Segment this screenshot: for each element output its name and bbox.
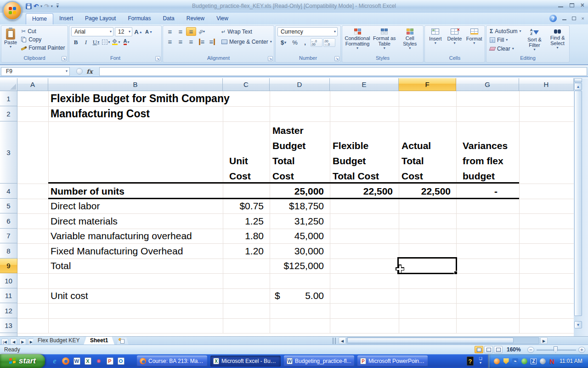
autosum-button[interactable]: Σ AutoSum▾: [488, 27, 523, 35]
tray-wrench-icon[interactable]: ⌁: [512, 358, 519, 365]
cell-styles-button[interactable]: Cell Styles ▾: [398, 27, 422, 55]
page-break-view-button[interactable]: [494, 346, 503, 353]
font-color-button[interactable]: A ▾: [122, 38, 131, 46]
column-header-b[interactable]: B: [48, 78, 223, 91]
tab-split-handle[interactable]: [333, 338, 336, 344]
cell-b11[interactable]: Unit cost: [51, 288, 88, 303]
taskbar-button-excel[interactable]: X Microsoft Excel - Bud...: [210, 356, 281, 367]
taskbar-button-firefox[interactable]: Course: BA 213: Man...: [137, 356, 207, 367]
comma-style-button[interactable]: ,: [300, 38, 310, 47]
align-center-button[interactable]: ≡: [175, 37, 186, 46]
taskbar-button-powerpoint[interactable]: P Microsoft PowerPoint ...: [357, 356, 428, 367]
number-format-combo[interactable]: Currency▾: [277, 27, 338, 36]
formula-input[interactable]: [99, 67, 587, 76]
excel-icon[interactable]: X: [84, 357, 92, 365]
number-format-dropdown-icon[interactable]: ▾: [334, 30, 336, 34]
cell-f3-header[interactable]: ActualTotalCost: [401, 138, 431, 184]
cell-f4[interactable]: 22,500: [399, 184, 451, 199]
horizontal-scroll-thumb[interactable]: [347, 338, 514, 343]
row-header-8[interactable]: 8: [0, 243, 17, 259]
cell-b6[interactable]: Direct materials: [51, 213, 118, 229]
decrease-decimal-button[interactable]: .00 →.0: [323, 38, 335, 47]
font-size-combo[interactable]: 12▾: [115, 27, 132, 36]
cell-g4[interactable]: -: [456, 184, 498, 199]
sheet-tab-flex-budget-key[interactable]: Flex Budget KEY: [31, 337, 86, 345]
increase-indent-button[interactable]: ≡: [207, 37, 217, 46]
cell-b4[interactable]: Number of units: [51, 184, 124, 199]
align-bottom-button[interactable]: ≡: [186, 27, 196, 36]
scroll-down-button[interactable]: ▼: [574, 321, 582, 328]
tab-view[interactable]: View: [210, 13, 234, 24]
taskbar-clock[interactable]: 11:01 AM: [560, 358, 582, 364]
cell-d9[interactable]: $125,000: [270, 259, 324, 273]
column-header-c[interactable]: C: [223, 78, 270, 91]
fill-button[interactable]: ↓ Fill▾: [488, 36, 523, 44]
cell-d8[interactable]: 30,000: [270, 243, 324, 259]
column-header-g[interactable]: G: [456, 78, 519, 91]
find-select-button[interactable]: Find & Select ▾: [547, 27, 569, 55]
cell-c6[interactable]: 1.25: [223, 213, 264, 229]
border-button[interactable]: ▾: [102, 38, 111, 46]
workbook-restore-button[interactable]: [572, 17, 576, 20]
column-header-f[interactable]: F: [399, 78, 456, 91]
cell-b2-subtitle[interactable]: Manufacturing Cost: [51, 106, 150, 121]
paste-button[interactable]: Paste ▾: [3, 27, 18, 55]
cell-c5[interactable]: $0.75: [223, 199, 264, 213]
delete-cells-button[interactable]: × Delete ▾: [446, 27, 464, 55]
font-dialog-launcher-icon[interactable]: ↘: [155, 56, 160, 61]
hide-icons-chevron[interactable]: ❏▾: [478, 356, 483, 366]
row-header-12[interactable]: 12: [0, 303, 17, 318]
number-dialog-launcher-icon[interactable]: ↘: [334, 56, 339, 61]
row-header-2[interactable]: 2: [0, 106, 17, 121]
zoom-slider-thumb[interactable]: [554, 346, 558, 353]
close-button[interactable]: ×: [581, 2, 584, 8]
cell-d6[interactable]: 31,250: [270, 213, 324, 229]
cut-button[interactable]: ✂ Cut: [20, 27, 66, 35]
font-name-dropdown-icon[interactable]: ▾: [110, 30, 112, 34]
fill-color-button[interactable]: ▾: [112, 38, 121, 46]
workbook-close-button[interactable]: ×: [582, 16, 584, 21]
insert-worksheet-button[interactable]: [117, 338, 129, 345]
row-header-13[interactable]: 13: [0, 318, 17, 333]
cell-b9[interactable]: Total: [51, 259, 71, 273]
name-box-dropdown-icon[interactable]: ▾: [66, 69, 68, 73]
paste-dropdown-icon[interactable]: ▾: [10, 45, 11, 49]
insert-cells-button[interactable]: Insert ▾: [427, 27, 444, 55]
percent-style-button[interactable]: %: [290, 38, 300, 47]
start-button[interactable]: start: [0, 354, 45, 368]
tray-shield-icon[interactable]: [503, 358, 509, 365]
align-left-button[interactable]: ≡: [165, 37, 175, 46]
zoom-out-button[interactable]: −: [527, 347, 534, 353]
tab-home[interactable]: Home: [26, 13, 53, 24]
row-header-4[interactable]: 4: [0, 184, 17, 199]
align-middle-button[interactable]: ≡: [175, 27, 186, 36]
cell-e4[interactable]: 22,500: [330, 184, 393, 199]
align-top-button[interactable]: ≡: [165, 27, 175, 36]
vertical-split-handle[interactable]: [574, 78, 582, 82]
tab-formulas[interactable]: Formulas: [122, 13, 157, 24]
conditional-formatting-button[interactable]: Conditional Formatting ▾: [344, 27, 371, 55]
cell-e3-header[interactable]: FlexibleBudgetTotal Cost: [333, 138, 379, 184]
powerpoint-icon[interactable]: P: [106, 357, 114, 365]
taskbar-button-word-doc[interactable]: W Budgeting_practice-fl...: [284, 356, 354, 367]
tray-z-icon[interactable]: Z: [530, 358, 537, 365]
cell-d4[interactable]: 25,000: [270, 184, 324, 199]
tray-n-icon[interactable]: N: [548, 358, 555, 365]
cell-d5[interactable]: $18,750: [270, 199, 324, 213]
merge-center-button[interactable]: Merge & Center ▾: [220, 38, 273, 46]
vertical-scrollbar[interactable]: ▲ ▼: [574, 78, 588, 336]
row-header-7[interactable]: 7: [0, 229, 17, 243]
tab-review[interactable]: Review: [181, 13, 210, 24]
cell-b1-title[interactable]: Flexible Budget for Smith Company: [51, 91, 230, 106]
alignment-dialog-launcher-icon[interactable]: ↘: [268, 56, 273, 61]
zoom-level[interactable]: 160%: [507, 346, 521, 353]
increase-decimal-button[interactable]: ←.0 .00: [311, 38, 322, 47]
internet-explorer-icon[interactable]: e: [51, 357, 59, 365]
tray-leaf-icon[interactable]: [521, 358, 528, 365]
clipboard-dialog-launcher-icon[interactable]: ↘: [62, 56, 67, 61]
minimize-button[interactable]: [558, 3, 563, 7]
help-tray-icon[interactable]: ?: [467, 356, 474, 366]
column-header-h[interactable]: H: [519, 78, 574, 91]
underline-button[interactable]: U▾: [91, 38, 101, 46]
grid-area[interactable]: Flexible Budget for Smith Company Manufa…: [17, 91, 574, 336]
